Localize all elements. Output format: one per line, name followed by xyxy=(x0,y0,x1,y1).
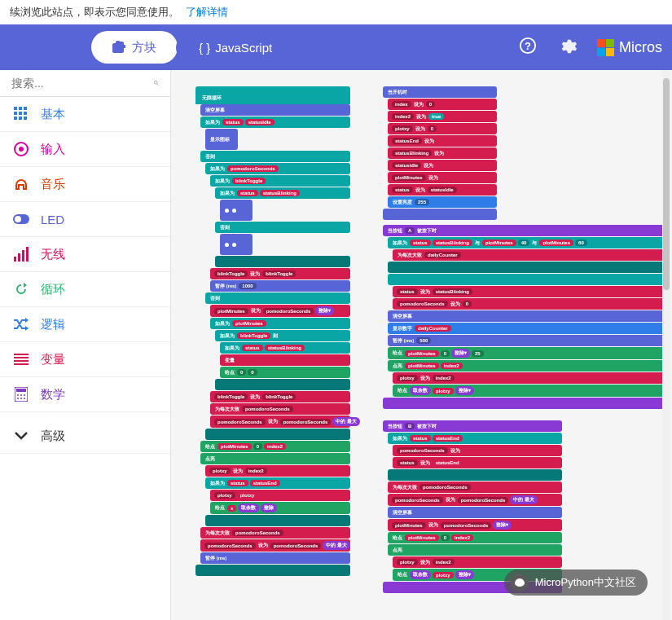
category-music[interactable]: 音乐 xyxy=(0,167,170,202)
category-input[interactable]: 输入 xyxy=(0,132,170,167)
svg-rect-26 xyxy=(16,389,26,392)
svg-rect-18 xyxy=(18,253,20,262)
gear-icon xyxy=(560,37,578,55)
category-variables[interactable]: 变量 xyxy=(0,342,170,377)
chevron-down-icon xyxy=(13,428,29,444)
toggle-icon xyxy=(13,211,29,227)
category-logic[interactable]: 逻辑 xyxy=(0,307,170,342)
svg-rect-5 xyxy=(19,107,22,110)
wechat-icon xyxy=(511,574,529,591)
wechat-community-badge[interactable]: MicroPython中文社区 xyxy=(504,569,648,596)
svg-point-28 xyxy=(20,394,22,396)
scrollbar-thumb[interactable] xyxy=(663,78,670,290)
category-loops[interactable]: 循环 xyxy=(0,272,170,307)
cookie-consent-bar: 续浏览此站点，即表示您同意使用。 了解详情 xyxy=(0,0,672,24)
braces-icon: { } xyxy=(199,41,210,55)
refresh-icon xyxy=(13,281,29,297)
tab-blocks[interactable]: 方块 xyxy=(93,33,176,62)
app-header: 方块 { } JavaScript ? Micros xyxy=(0,24,672,70)
block-stack-onstart[interactable]: 当开机时 index设为0 index2设为true plotxy设为0 sta… xyxy=(383,86,497,221)
svg-rect-7 xyxy=(14,112,17,115)
svg-rect-21 xyxy=(14,354,29,355)
category-sidebar: 基本 输入 音乐 LED 无线 循环 逻辑 变量 数学 高级 xyxy=(0,70,171,620)
svg-rect-10 xyxy=(14,117,17,120)
headphones-icon xyxy=(13,176,29,192)
svg-rect-12 xyxy=(24,117,27,120)
svg-point-2 xyxy=(154,81,157,84)
editor-tab-group: 方块 xyxy=(91,31,178,64)
svg-rect-8 xyxy=(19,112,22,115)
settings-button[interactable] xyxy=(560,37,578,58)
svg-point-30 xyxy=(17,398,19,399)
target-icon xyxy=(13,141,29,157)
svg-point-32 xyxy=(24,398,25,399)
bars-icon xyxy=(13,246,29,262)
svg-point-29 xyxy=(24,394,25,396)
category-basic[interactable]: 基本 xyxy=(0,97,170,132)
svg-rect-17 xyxy=(14,257,16,262)
svg-point-31 xyxy=(20,398,22,399)
search-input[interactable] xyxy=(11,77,154,90)
help-icon: ? xyxy=(519,37,537,55)
svg-rect-6 xyxy=(24,107,27,110)
puzzle-icon xyxy=(112,41,125,54)
block-stack-button-a[interactable]: 当按钮A被按下时 如果为statusstatusBlinking与plotMin… xyxy=(383,225,668,410)
microsoft-brand[interactable]: Micros xyxy=(597,39,662,56)
calculator-icon xyxy=(13,386,29,402)
help-button[interactable]: ? xyxy=(519,37,537,58)
main-layout: 基本 输入 音乐 LED 无线 循环 逻辑 变量 数学 高级 无限循环 清空屏幕… xyxy=(0,70,672,620)
svg-rect-19 xyxy=(22,250,24,262)
svg-rect-20 xyxy=(26,247,29,262)
svg-text:?: ? xyxy=(525,40,531,52)
svg-rect-24 xyxy=(14,363,29,365)
search-icon[interactable] xyxy=(154,77,159,90)
list-icon xyxy=(13,351,29,367)
category-advanced[interactable]: 高级 xyxy=(0,419,170,454)
search-row xyxy=(0,70,170,97)
svg-rect-11 xyxy=(19,117,22,120)
grid-icon xyxy=(13,106,29,122)
svg-rect-4 xyxy=(14,107,17,110)
svg-rect-9 xyxy=(24,112,27,115)
cookie-text: 续浏览此站点，即表示您同意使用。 xyxy=(10,6,179,18)
shuffle-icon xyxy=(13,316,29,332)
category-math[interactable]: 数学 xyxy=(0,377,170,412)
workspace-scrollbar[interactable] xyxy=(662,70,670,620)
svg-point-27 xyxy=(17,394,19,396)
cookie-learn-more-link[interactable]: 了解详情 xyxy=(186,6,228,18)
block-stack-button-b[interactable]: 当按钮B被按下时 如果为statusstatusEnd pomodoroSeco… xyxy=(383,420,562,594)
svg-line-3 xyxy=(157,84,159,86)
svg-rect-22 xyxy=(14,357,29,358)
block-stack-forever-main[interactable]: 无限循环 清空屏幕 如果为statusstatusIdle 显示图标 否则 如果… xyxy=(195,86,350,577)
microsoft-logo-icon xyxy=(597,39,614,56)
svg-rect-23 xyxy=(14,360,29,362)
blocks-workspace[interactable]: 无限循环 清空屏幕 如果为statusstatusIdle 显示图标 否则 如果… xyxy=(171,70,672,620)
svg-point-14 xyxy=(19,147,24,152)
svg-point-16 xyxy=(15,216,21,222)
category-led[interactable]: LED xyxy=(0,202,170,237)
category-radio[interactable]: 无线 xyxy=(0,237,170,272)
tab-javascript[interactable]: { } JavaScript xyxy=(179,34,292,61)
